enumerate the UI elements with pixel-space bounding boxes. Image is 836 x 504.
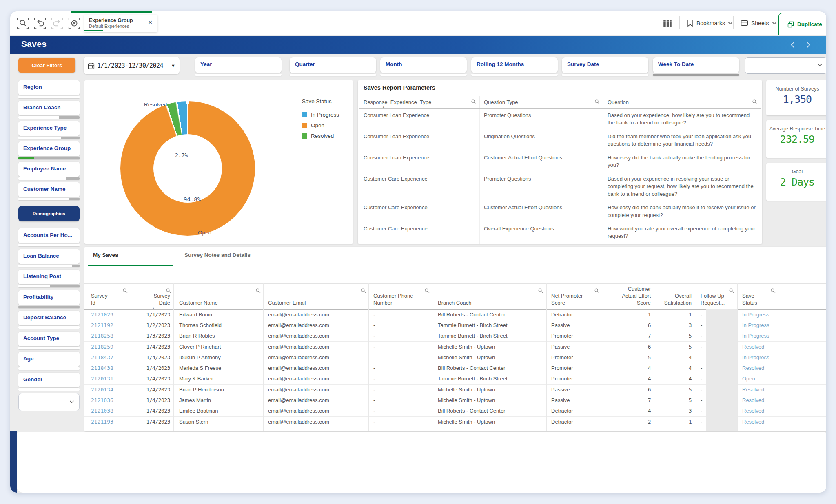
cell-save-status[interactable]: In Progress xyxy=(739,320,778,330)
search-icon[interactable] xyxy=(122,288,128,294)
cell-survey-id[interactable]: 2118258 xyxy=(88,331,130,341)
column-header-save-status[interactable]: Save Status xyxy=(739,284,778,309)
column-header-customer-actual-effort-score[interactable]: Customer Actual Effort Score xyxy=(604,284,654,309)
sidebar-dropdown[interactable] xyxy=(18,393,80,411)
date-range-picker[interactable]: 1/1/2023-12/30/2024 ▼ xyxy=(84,57,180,74)
cell-save-status[interactable]: In Progress xyxy=(739,352,778,363)
cell-survey-id[interactable]: 2121038 xyxy=(88,406,130,416)
filter-field-survey-date[interactable]: Survey Date xyxy=(562,57,648,73)
parameter-row[interactable]: Customer Care ExperiencePromoter Questio… xyxy=(359,172,761,201)
cell-survey-id[interactable]: 2118259 xyxy=(88,341,130,352)
parameter-row[interactable]: Customer Care ExperienceOverall Experien… xyxy=(359,222,761,243)
param-column-question[interactable]: Question xyxy=(603,96,761,108)
bookmarks-menu[interactable]: Bookmarks xyxy=(687,11,733,35)
column-header-customer-email[interactable]: Customer Email xyxy=(265,284,368,309)
legend-item-in-progress[interactable]: In Progress xyxy=(302,112,339,118)
search-icon[interactable] xyxy=(424,288,430,294)
cell-save-status[interactable]: Resolved xyxy=(739,416,778,427)
search-icon[interactable] xyxy=(594,99,600,105)
sidebar-filter-account-type[interactable]: Account Type xyxy=(18,332,80,346)
search-icon[interactable] xyxy=(471,99,477,105)
parameter-row[interactable]: Consumer Loan ExperiencePromoter Questio… xyxy=(359,109,761,130)
cell-save-status[interactable]: Resolved xyxy=(739,363,778,374)
sidebar-filter-customer-name[interactable]: Customer Name xyxy=(18,182,80,197)
filter-field-quarter[interactable]: Quarter xyxy=(290,57,376,73)
cell-save-status[interactable]: Resolved xyxy=(739,384,778,395)
sidebar-filter-employee-name[interactable]: Employee Name xyxy=(18,162,80,177)
cell-survey-id[interactable]: 2120131 xyxy=(88,374,130,384)
cell-save-status[interactable]: Resolved xyxy=(739,406,778,416)
search-icon[interactable] xyxy=(255,288,261,294)
parameter-row[interactable]: Consumer Loan ExperienceCustomer Actual … xyxy=(359,151,761,172)
column-header-branch-coach[interactable]: Branch Coach xyxy=(435,284,546,309)
search-icon[interactable] xyxy=(594,288,600,294)
cell-save-status[interactable]: In Progress xyxy=(739,331,778,341)
selection-tab-experience-group[interactable]: Experience Group Default Experiences ✕ xyxy=(84,15,157,32)
column-header-overall-satisfaction[interactable]: Overall Satisfaction xyxy=(656,284,695,309)
filter-field-week-to-date[interactable]: Week To Date xyxy=(653,57,739,73)
sidebar-filter-experience-type[interactable]: Experience Type xyxy=(18,121,80,136)
cell-survey-id[interactable]: 2121029 xyxy=(88,309,130,320)
cell-survey-id[interactable]: 2121036 xyxy=(88,395,130,405)
clear-filters-button[interactable]: Clear Filters xyxy=(18,58,75,73)
cell-survey-id[interactable]: 2120134 xyxy=(88,384,130,395)
sidebar-filter-region[interactable]: Region xyxy=(18,80,80,95)
filter-field-month[interactable]: Month xyxy=(380,57,467,73)
search-icon[interactable] xyxy=(538,288,543,294)
column-header-follow-up-request[interactable]: Follow Up Request... xyxy=(697,284,736,309)
cell-save-status[interactable]: Resolved xyxy=(739,427,778,431)
column-header-net-promoter-score[interactable]: Net Promoter Score xyxy=(548,284,602,309)
sheet-grid-icon[interactable] xyxy=(662,18,673,29)
cell-survey-id[interactable]: 2121192 xyxy=(88,320,130,330)
param-column-question-type[interactable]: Question Type xyxy=(480,96,603,108)
parameter-row[interactable]: Consumer Loan ExperienceOrigination Ques… xyxy=(359,130,761,151)
sidebar-filter-profitability[interactable]: Profitability xyxy=(18,290,80,305)
cell-save-status[interactable]: Resolved xyxy=(739,341,778,352)
cell-survey-id[interactable]: 2120213 xyxy=(88,427,130,431)
demographics-button[interactable]: Demographics xyxy=(18,206,80,221)
redo-icon[interactable] xyxy=(51,17,63,29)
filter-field-year[interactable]: Year xyxy=(195,57,282,73)
sidebar-filter-gender[interactable]: Gender xyxy=(18,373,80,387)
legend-item-open[interactable]: Open xyxy=(302,122,339,128)
cell-save-status[interactable]: In Progress xyxy=(739,309,778,320)
param-column-response-experience-type[interactable]: Response_Experience_Type▲ xyxy=(359,96,480,108)
column-header-survey-id[interactable]: Survey Id xyxy=(88,284,130,309)
cell-save-status[interactable]: Resolved xyxy=(739,395,778,405)
column-header-customer-phone-number[interactable]: Customer Phone Number xyxy=(370,284,432,309)
clear-selections-icon[interactable] xyxy=(68,17,80,29)
sidebar-filter-experience-group[interactable]: Experience Group xyxy=(18,141,80,156)
duplicate-button[interactable]: Duplicate xyxy=(778,13,826,35)
parameter-row[interactable]: Mobile App ExperiencePromoter QuestionsB… xyxy=(359,243,761,244)
search-icon[interactable] xyxy=(361,288,366,294)
smart-search-icon[interactable] xyxy=(17,17,29,29)
empty-dropdown[interactable] xyxy=(745,57,826,74)
filter-field-rolling-12-months[interactable]: Rolling 12 Months xyxy=(471,57,558,73)
sheets-menu[interactable]: Sheets xyxy=(741,11,777,35)
next-sheet-icon[interactable] xyxy=(804,41,812,49)
donut-chart[interactable] xyxy=(120,101,255,236)
cell-survey-id[interactable]: 2118437 xyxy=(88,352,130,363)
close-icon[interactable]: ✕ xyxy=(148,19,153,26)
search-icon[interactable] xyxy=(729,288,734,294)
search-icon[interactable] xyxy=(166,288,171,294)
cell-survey-id[interactable]: 2121193 xyxy=(88,416,130,427)
sidebar-filter-accounts-per-ho[interactable]: Accounts Per Ho... xyxy=(18,228,80,243)
sidebar-filter-deposit-balance[interactable]: Deposit Balance xyxy=(18,311,80,325)
search-icon[interactable] xyxy=(752,99,758,105)
sidebar-filter-loan-balance[interactable]: Loan Balance xyxy=(18,249,80,264)
tab-survey-notes-and-details[interactable]: Survey Notes and Details xyxy=(184,252,251,258)
cell-save-status[interactable]: Open xyxy=(739,374,778,384)
tab-my-saves[interactable]: My Saves xyxy=(93,252,118,258)
column-header-survey-date[interactable]: Survey Date▲ xyxy=(130,284,173,309)
sidebar-filter-branch-coach[interactable]: Branch Coach xyxy=(18,101,80,115)
parameter-row[interactable]: Customer Care ExperienceCustomer Actual … xyxy=(359,201,761,222)
sidebar-filter-age[interactable]: Age xyxy=(18,352,80,367)
prev-sheet-icon[interactable] xyxy=(789,41,797,49)
undo-icon[interactable] xyxy=(34,17,46,29)
search-icon[interactable] xyxy=(770,288,776,294)
column-header-customer-name[interactable]: Customer Name xyxy=(176,284,263,309)
sidebar-filter-listening-post[interactable]: Listening Post xyxy=(18,270,80,284)
legend-item-resolved[interactable]: Resolved xyxy=(302,133,339,139)
cell-survey-id[interactable]: 2118438 xyxy=(88,363,130,374)
